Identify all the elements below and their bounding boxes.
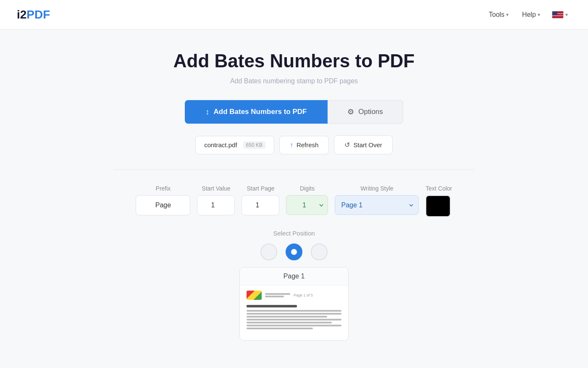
doc-body-line-3 bbox=[247, 316, 327, 318]
logo-pdf: PDF bbox=[26, 8, 50, 21]
radio-row bbox=[260, 244, 328, 260]
text-color-swatch[interactable] bbox=[425, 195, 451, 217]
start-value-group: Start Value bbox=[197, 185, 235, 215]
text-color-label: Text Color bbox=[425, 185, 452, 192]
doc-header-row: Page 1 of 5 bbox=[247, 291, 313, 300]
doc-line-2 bbox=[265, 296, 284, 297]
refresh-label: Refresh bbox=[297, 141, 319, 148]
language-chevron-icon: ▾ bbox=[565, 12, 568, 18]
doc-body-line-5 bbox=[247, 322, 332, 323]
page-preview-card: Page 1 Page 1 of 5 bbox=[239, 267, 349, 341]
position-right-radio[interactable] bbox=[311, 244, 328, 260]
doc-body-line-6 bbox=[247, 325, 341, 326]
doc-body-line-2 bbox=[247, 313, 341, 315]
page-title: Add Bates Numbers to PDF bbox=[113, 50, 475, 71]
header: i2PDF Tools ▾ Help ▾ ▾ bbox=[0, 0, 588, 29]
doc-header-text bbox=[265, 293, 290, 297]
text-color-group: Text Color bbox=[425, 185, 452, 217]
gear-icon: ⚙ bbox=[347, 107, 354, 116]
prefix-label: Prefix bbox=[136, 185, 190, 192]
writing-style-label: Writing Style bbox=[335, 185, 419, 192]
start-over-label: Start Over bbox=[353, 141, 382, 148]
logo[interactable]: i2PDF bbox=[17, 8, 50, 21]
doc-line-1 bbox=[265, 293, 290, 295]
divider bbox=[113, 169, 475, 170]
position-section: Select Position Page 1 Page 1 of 5 bbox=[113, 230, 475, 341]
page-preview-image: Page 1 of 5 bbox=[240, 286, 348, 340]
tools-label: Tools bbox=[489, 11, 504, 19]
prefix-input[interactable] bbox=[136, 195, 190, 215]
doc-body-line-4 bbox=[247, 319, 341, 320]
prefix-group: Prefix bbox=[136, 185, 190, 215]
start-value-label: Start Value bbox=[197, 185, 235, 192]
doc-body-line-1 bbox=[247, 310, 341, 312]
help-chevron-icon: ▾ bbox=[538, 12, 540, 18]
start-page-input[interactable] bbox=[242, 195, 279, 215]
refresh-arrow-icon: ↑ bbox=[290, 141, 293, 149]
tools-chevron-icon: ▾ bbox=[506, 12, 509, 18]
doc-page-num: Page 1 of 5 bbox=[294, 293, 313, 297]
file-row: contract.pdf 650 KB ↑ Refresh ↺ Start Ov… bbox=[113, 135, 475, 154]
refresh-button[interactable]: ↑ Refresh bbox=[279, 136, 329, 154]
start-value-input[interactable] bbox=[197, 195, 235, 215]
help-label: Help bbox=[522, 11, 536, 19]
bates-icon: ↕ bbox=[206, 108, 210, 116]
options-button[interactable]: ⚙ Options bbox=[328, 100, 403, 124]
start-page-group: Start Page bbox=[242, 185, 279, 215]
start-page-label: Start Page bbox=[242, 185, 279, 192]
tools-menu-button[interactable]: Tools ▾ bbox=[484, 8, 514, 22]
writing-style-select[interactable]: Page 1 Page 1 of N 1 1 of N bbox=[335, 195, 419, 215]
digits-select[interactable]: 1 2 3 4 5 bbox=[286, 195, 328, 215]
doc-title-line bbox=[247, 305, 297, 307]
us-flag-icon bbox=[552, 11, 564, 19]
start-over-icon: ↺ bbox=[344, 141, 350, 149]
action-row: ↕ Add Bates Numbers to PDF ⚙ Options bbox=[113, 100, 475, 124]
writing-style-group: Writing Style Page 1 Page 1 of N 1 1 of … bbox=[335, 185, 419, 215]
start-over-button[interactable]: ↺ Start Over bbox=[334, 135, 392, 154]
digits-group: Digits 1 2 3 4 5 bbox=[286, 185, 328, 215]
help-menu-button[interactable]: Help ▾ bbox=[517, 8, 545, 22]
language-selector-button[interactable]: ▾ bbox=[549, 9, 571, 20]
file-pill: contract.pdf 650 KB bbox=[195, 136, 274, 154]
digits-label: Digits bbox=[286, 185, 328, 192]
page-subtitle: Add Bates numbering stamp to PDF pages bbox=[113, 77, 475, 85]
doc-logo-box bbox=[247, 291, 262, 300]
position-center-radio[interactable] bbox=[286, 244, 302, 260]
add-bates-label: Add Bates Numbers to PDF bbox=[214, 108, 307, 116]
main-content: Add Bates Numbers to PDF Add Bates numbe… bbox=[105, 29, 483, 357]
logo-i2: i2 bbox=[17, 8, 26, 21]
file-name: contract.pdf bbox=[204, 141, 237, 148]
file-size-badge: 650 KB bbox=[243, 141, 265, 149]
page-preview-title: Page 1 bbox=[240, 267, 348, 286]
position-label: Select Position bbox=[273, 230, 315, 237]
position-left-radio[interactable] bbox=[260, 244, 277, 260]
options-label: Options bbox=[358, 108, 383, 116]
options-grid: Prefix Start Value Start Page Digits 1 2… bbox=[113, 185, 475, 217]
nav-right: Tools ▾ Help ▾ ▾ bbox=[484, 8, 571, 22]
add-bates-button[interactable]: ↕ Add Bates Numbers to PDF bbox=[185, 100, 328, 124]
doc-body-lines bbox=[247, 310, 341, 329]
doc-body-line-7 bbox=[247, 328, 313, 329]
